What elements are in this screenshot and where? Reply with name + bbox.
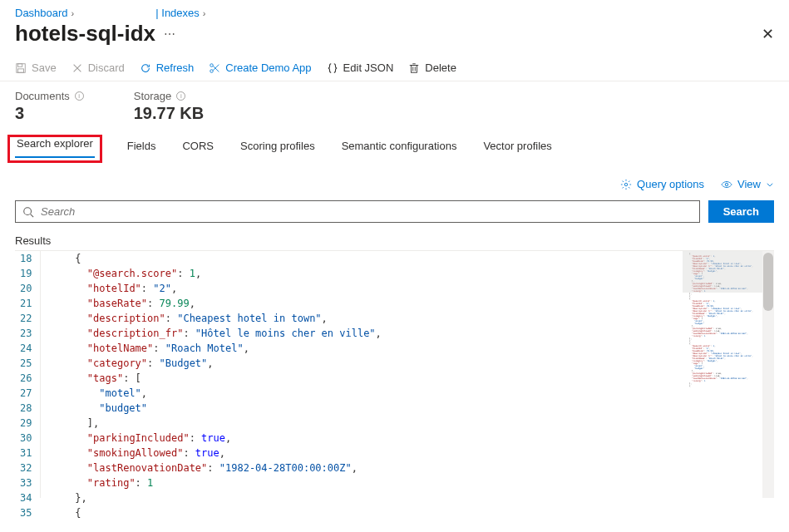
- minimap[interactable]: { "@search.score": 1, "hotelId": "2", "b…: [683, 251, 774, 498]
- search-icon: [22, 206, 34, 218]
- svg-point-15: [725, 183, 728, 186]
- svg-line-8: [214, 64, 219, 70]
- chevron-right-icon: ›: [203, 8, 206, 18]
- svg-rect-1: [18, 63, 22, 66]
- scissors-icon: [209, 62, 220, 74]
- stat-storage: Storagei 19.77 KB: [134, 90, 205, 123]
- page-title: hotels-sql-idx: [15, 21, 155, 47]
- info-icon[interactable]: i: [75, 91, 84, 101]
- delete-button[interactable]: Delete: [408, 62, 456, 74]
- tab-semantic[interactable]: Semantic configurations: [340, 135, 459, 160]
- svg-line-17: [31, 214, 34, 217]
- toolbar: Save Discard Refresh Create Demo App Edi…: [0, 57, 789, 81]
- tabs: Search explorer Fields CORS Scoring prof…: [0, 135, 789, 161]
- breadcrumb-dashboard[interactable]: Dashboard: [15, 7, 68, 19]
- tab-scoring[interactable]: Scoring profiles: [239, 135, 317, 160]
- tab-vector[interactable]: Vector profiles: [481, 135, 553, 160]
- code-body[interactable]: { "@search.score": 1, "hotelId": "2", "b…: [40, 251, 774, 498]
- breadcrumb: Dashboard › | Indexes ›: [0, 0, 789, 19]
- edit-json-button[interactable]: Edit JSON: [327, 62, 394, 74]
- gear-icon: [620, 179, 632, 190]
- chevron-down-icon: [766, 179, 774, 190]
- search-button[interactable]: Search: [708, 200, 774, 223]
- tab-fields[interactable]: Fields: [126, 135, 158, 160]
- scrollbar-thumb[interactable]: [763, 253, 773, 311]
- svg-line-7: [214, 66, 219, 71]
- info-icon[interactable]: i: [176, 91, 185, 101]
- line-gutter: 181920212223242526272829303132333435: [15, 251, 40, 498]
- save-button[interactable]: Save: [15, 62, 57, 74]
- svg-point-6: [210, 69, 214, 72]
- query-options-button[interactable]: Query options: [620, 178, 704, 190]
- save-icon: [15, 62, 27, 74]
- more-icon[interactable]: ⋯: [164, 27, 175, 41]
- view-button[interactable]: View: [721, 178, 774, 190]
- eye-icon: [721, 179, 732, 190]
- svg-rect-9: [412, 65, 417, 72]
- chevron-right-icon: ›: [72, 8, 75, 18]
- discard-button[interactable]: Discard: [72, 62, 125, 74]
- minimap-viewport[interactable]: [683, 251, 762, 293]
- search-input[interactable]: [41, 205, 693, 218]
- braces-icon: [327, 62, 338, 74]
- minimap-scrollbar[interactable]: [762, 251, 774, 498]
- breadcrumb-indexes[interactable]: | Indexes: [155, 7, 200, 19]
- svg-point-16: [24, 207, 32, 214]
- results-label: Results: [0, 229, 789, 250]
- close-icon[interactable]: ✕: [762, 25, 774, 43]
- trash-icon: [408, 62, 420, 74]
- create-demo-button[interactable]: Create Demo App: [209, 62, 311, 74]
- tab-cors[interactable]: CORS: [180, 135, 215, 160]
- refresh-button[interactable]: Refresh: [140, 62, 195, 74]
- refresh-icon: [140, 62, 151, 74]
- x-icon: [72, 62, 83, 74]
- stat-documents: Documentsi 3: [15, 90, 84, 123]
- svg-point-5: [210, 63, 214, 66]
- tab-search-explorer[interactable]: Search explorer: [15, 132, 95, 158]
- svg-point-14: [624, 183, 628, 186]
- search-field[interactable]: [15, 200, 700, 223]
- svg-rect-2: [18, 68, 24, 71]
- results-code: 181920212223242526272829303132333435 { "…: [15, 250, 774, 498]
